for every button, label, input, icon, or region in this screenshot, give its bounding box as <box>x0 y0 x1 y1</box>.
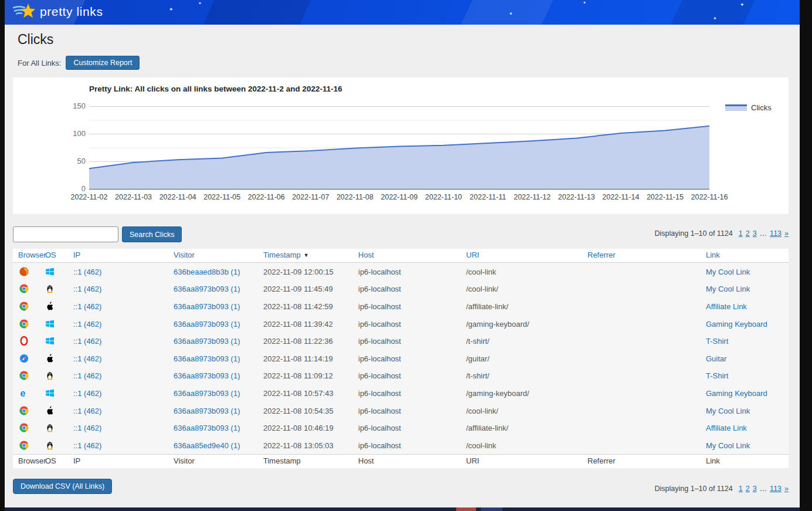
column-header-host[interactable]: Host <box>358 251 374 259</box>
column-header-referrer[interactable]: Referrer <box>587 251 616 259</box>
timestamp-cell: 2022-11-08 11:39:42 <box>263 319 333 328</box>
page-link-1[interactable]: 1 <box>739 485 743 493</box>
table-row: ::1 (462)636aa8973b093 (1)2022-11-08 11:… <box>13 367 789 385</box>
chrome-icon <box>19 284 29 293</box>
next-page-link[interactable]: » <box>784 485 789 493</box>
pretty-link-name[interactable]: Guitar <box>706 354 726 363</box>
report-scope-row: For All Links: Customize Report <box>18 56 140 70</box>
uri-cell: /cool-link/ <box>466 285 498 293</box>
column-header-label: IP <box>73 456 80 465</box>
page-link-last[interactable]: 113 <box>770 229 782 238</box>
page-link-2[interactable]: 2 <box>746 229 750 238</box>
host-cell: ip6-localhost <box>358 319 401 328</box>
ip-link[interactable]: ::1 (462) <box>73 302 101 310</box>
x-tick-label: 2022-11-16 <box>682 193 736 201</box>
column-header-ip[interactable]: IP <box>73 251 80 259</box>
column-header-label: OS <box>45 251 56 259</box>
table-row: ::1 (462)636aa8973b093 (1)2022-11-08 11:… <box>13 297 789 315</box>
next-page-link[interactable]: » <box>784 229 789 238</box>
pretty-link-name[interactable]: Gaming Keyboard <box>706 388 767 397</box>
sparkle-icon: ✦ <box>583 1 586 5</box>
visitor-link[interactable]: 636aa8973b093 (1) <box>174 354 240 363</box>
column-header-os[interactable]: OS <box>45 251 56 259</box>
pretty-link-name[interactable]: My Cool Link <box>706 285 750 293</box>
page-title: Clicks <box>18 32 53 48</box>
windows-icon <box>45 388 55 398</box>
visitor-link[interactable]: 636aa8973b093 (1) <box>174 302 240 310</box>
page-link-3[interactable]: 3 <box>753 485 757 493</box>
page-link-1[interactable]: 1 <box>739 229 743 238</box>
visitor-link[interactable]: 636aa8973b093 (1) <box>174 337 240 346</box>
y-tick-label: 50 <box>62 157 86 165</box>
column-header-label: Referrer <box>587 456 616 465</box>
uri-cell: /affiliate-link/ <box>466 424 508 432</box>
windows-icon <box>45 319 55 329</box>
pagination-summary: Displaying 1–10 of 1124 <box>655 229 733 238</box>
linux-icon <box>45 441 55 450</box>
customize-report-button[interactable]: Customize Report <box>66 56 140 70</box>
table-body: ::1 (462)636beaaed8b3b (1)2022-11-09 12:… <box>13 262 789 455</box>
uri-cell: /gaming-keyboard/ <box>466 388 529 397</box>
bottom-blue-element <box>481 507 502 511</box>
page-link-last[interactable]: 113 <box>770 485 782 493</box>
download-csv-button[interactable]: Download CSV (All Links) <box>13 479 112 494</box>
search-input[interactable] <box>13 226 118 242</box>
pagination-summary: Displaying 1–10 of 1124 <box>655 485 733 493</box>
pretty-link-name[interactable]: My Cool Link <box>706 441 750 449</box>
visitor-link[interactable]: 636aa85ed9e40 (1) <box>174 441 240 449</box>
linux-icon <box>45 371 55 380</box>
column-header-link[interactable]: Link <box>706 251 720 259</box>
apple-icon <box>45 406 55 415</box>
ip-link[interactable]: ::1 (462) <box>73 424 101 432</box>
column-header-label: Visitor <box>174 456 195 465</box>
table-row: ::1 (462)636aa8973b093 (1)2022-11-09 11:… <box>13 280 789 298</box>
ip-link[interactable]: ::1 (462) <box>73 388 101 397</box>
visitor-link[interactable]: 636beaaed8b3b (1) <box>174 267 240 276</box>
column-header-uri[interactable]: URI <box>466 251 479 259</box>
pretty-link-name[interactable]: Gaming Keyboard <box>706 319 767 328</box>
pretty-link-name[interactable]: My Cool Link <box>706 406 750 415</box>
ip-link[interactable]: ::1 (462) <box>73 285 101 293</box>
timestamp-cell: 2022-11-08 11:42:59 <box>263 302 333 310</box>
app-header: pretty links ✦ ✦ ✦ ✦ ✦ ✦ <box>5 0 800 25</box>
page-link-2[interactable]: 2 <box>746 485 750 493</box>
visitor-link[interactable]: 636aa8973b093 (1) <box>174 285 240 293</box>
column-header-browser[interactable]: Browser <box>18 251 46 259</box>
ip-link[interactable]: ::1 (462) <box>73 354 101 363</box>
column-header-visitor[interactable]: Visitor <box>174 251 195 259</box>
visitor-link[interactable]: 636aa8973b093 (1) <box>174 424 240 432</box>
pretty-link-name[interactable]: My Cool Link <box>706 267 750 276</box>
table-footer-row: BrowserOSIPVisitorTimestampHostURIReferr… <box>13 455 789 468</box>
pretty-links-app: pretty links ✦ ✦ ✦ ✦ ✦ ✦ Clicks For All … <box>5 0 800 507</box>
page-link-3[interactable]: 3 <box>753 229 757 238</box>
ip-link[interactable]: ::1 (462) <box>73 337 101 346</box>
ip-link[interactable]: ::1 (462) <box>73 319 101 328</box>
table-row: ::1 (462)636aa8973b093 (1)2022-11-08 10:… <box>13 419 789 436</box>
visitor-link[interactable]: 636aa8973b093 (1) <box>174 388 240 397</box>
ip-link[interactable]: ::1 (462) <box>73 441 101 449</box>
pretty-link-name[interactable]: T-Shirt <box>706 337 728 346</box>
pretty-link-name[interactable]: T-Shirt <box>706 371 728 380</box>
clicks-table: BrowserOSIPVisitorTimestamp▼HostURIRefer… <box>13 249 789 468</box>
visitor-link[interactable]: 636aa8973b093 (1) <box>174 319 240 328</box>
table-row: ::1 (462)636aa85ed9e40 (1)2022-11-08 13:… <box>13 436 789 454</box>
chrome-icon <box>19 441 29 450</box>
y-tick-label: 150 <box>62 101 86 110</box>
ip-link[interactable]: ::1 (462) <box>73 406 101 415</box>
visitor-link[interactable]: 636aa8973b093 (1) <box>174 406 240 415</box>
windows-icon <box>45 336 55 346</box>
opera-icon <box>19 336 29 346</box>
pretty-link-name[interactable]: Affiliate Link <box>706 424 747 432</box>
visitor-link[interactable]: 636aa8973b093 (1) <box>174 371 240 380</box>
column-header-label: Link <box>706 456 720 465</box>
windows-icon <box>45 267 55 276</box>
timestamp-cell: 2022-11-08 13:05:03 <box>263 441 334 449</box>
ip-link[interactable]: ::1 (462) <box>73 371 101 380</box>
pretty-link-name[interactable]: Affiliate Link <box>706 302 747 310</box>
column-header-timestamp[interactable]: Timestamp▼ <box>263 251 309 259</box>
uri-cell: /guitar/ <box>466 354 490 363</box>
search-clicks-button[interactable]: Search Clicks <box>122 226 182 242</box>
ip-link[interactable]: ::1 (462) <box>73 267 101 276</box>
clicks-series-swatch <box>725 104 747 111</box>
bottom-red-element <box>456 507 476 511</box>
